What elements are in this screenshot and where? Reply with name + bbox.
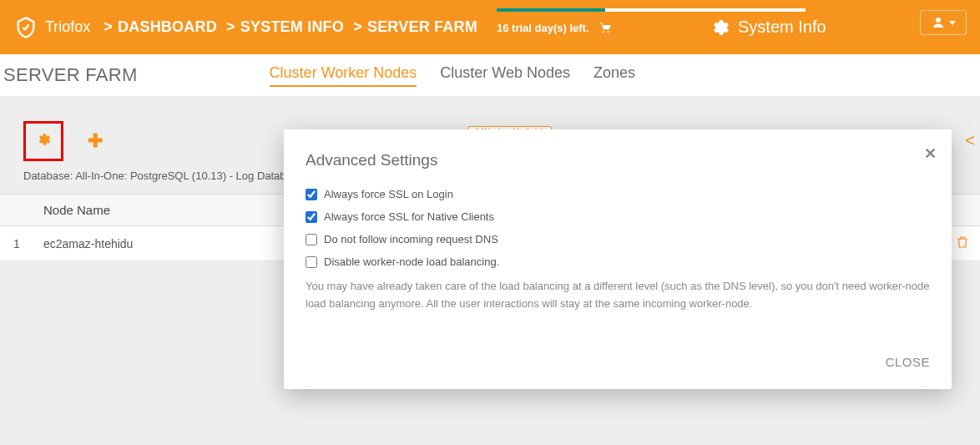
svg-point-0 — [602, 31, 604, 33]
brand-logo — [13, 15, 38, 40]
option-no-follow-dns[interactable]: Do not follow incoming request DNS — [306, 233, 930, 245]
checkbox[interactable] — [306, 211, 317, 223]
sub-header: SERVER FARM Cluster Worker Nodes Cluster… — [0, 54, 980, 96]
plus-icon: ✚ — [88, 130, 103, 152]
settings-button[interactable] — [23, 121, 63, 161]
chevron-down-icon — [949, 21, 956, 25]
checkbox[interactable] — [306, 256, 317, 268]
tab-cluster-web-nodes[interactable]: Cluster Web Nodes — [440, 64, 570, 87]
user-icon — [931, 15, 946, 30]
top-bar: Triofox >DASHBOARD >SYSTEM INFO >SERVER … — [0, 0, 980, 54]
trash-icon — [955, 239, 970, 252]
row-index: 1 — [0, 226, 33, 261]
close-icon[interactable]: ✕ — [924, 144, 937, 163]
tab-zones[interactable]: Zones — [594, 64, 635, 87]
option-force-ssl-login[interactable]: Always force SSL on Login — [306, 188, 930, 200]
system-info-label: System Info — [738, 18, 826, 37]
option-label: Always force SSL for Native Clients — [324, 210, 494, 223]
close-button[interactable]: CLOSE — [886, 355, 930, 369]
option-disable-load-balancing[interactable]: Disable worker-node load balancing. — [306, 255, 930, 268]
breadcrumb: >DASHBOARD >SYSTEM INFO >SERVER FARM — [99, 18, 477, 36]
svg-point-2 — [936, 18, 941, 23]
page-title: SERVER FARM — [3, 64, 138, 86]
checkbox[interactable] — [306, 234, 317, 245]
option-help-text: You may have already taken care of the l… — [306, 278, 930, 313]
trial-text: 16 trial day(s) left. — [497, 22, 589, 34]
scroll-right-button[interactable]: < — [965, 131, 975, 150]
svg-point-1 — [607, 31, 609, 33]
advanced-settings-modal: ✕ Advanced Settings Always force SSL on … — [284, 129, 952, 389]
col-index — [0, 195, 33, 226]
gear-icon — [710, 18, 730, 38]
checkbox[interactable] — [306, 189, 317, 200]
option-force-ssl-native[interactable]: Always force SSL for Native Clients — [306, 210, 930, 223]
tab-cluster-worker-nodes[interactable]: Cluster Worker Nodes — [270, 64, 417, 87]
option-label: Disable worker-node load balancing. — [324, 255, 499, 268]
tab-bar: Cluster Worker Nodes Cluster Web Nodes Z… — [270, 64, 636, 87]
modal-title: Advanced Settings — [306, 151, 930, 169]
add-button[interactable]: ✚ — [75, 121, 115, 161]
crumb-server-farm[interactable]: SERVER FARM — [367, 18, 477, 35]
crumb-system-info[interactable]: SYSTEM INFO — [240, 18, 344, 35]
system-info-link[interactable]: System Info — [710, 0, 826, 54]
gear-icon — [36, 132, 51, 151]
option-label: Always force SSL on Login — [324, 188, 453, 200]
brand-name[interactable]: Triofox — [45, 18, 90, 36]
user-menu[interactable] — [920, 10, 967, 35]
option-label: Do not follow incoming request DNS — [324, 233, 498, 245]
crumb-dashboard[interactable]: DASHBOARD — [118, 18, 217, 35]
cart-icon[interactable] — [598, 20, 613, 35]
